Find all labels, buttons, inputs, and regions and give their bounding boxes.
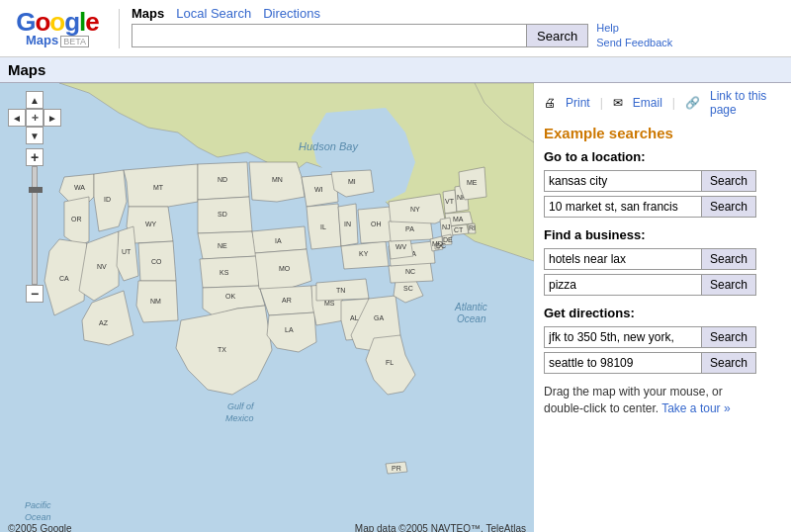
svg-text:OR: OR (71, 216, 82, 222)
go-location-row-1: Search (544, 170, 781, 192)
svg-text:NV: NV (97, 263, 107, 270)
top-actions: 🖨 Print | ✉ Email | 🔗 Link to this page (544, 89, 781, 117)
pan-down-button[interactable]: ▼ (26, 127, 44, 144)
directions-input-2[interactable] (544, 352, 702, 374)
svg-text:PA: PA (405, 225, 414, 232)
page-link[interactable]: Link to this page (710, 89, 781, 117)
directions-input-1[interactable] (544, 326, 702, 348)
nav-directions[interactable]: Directions (263, 6, 320, 21)
map-controls: ▲ ◄ ✛ ► ▼ + − (8, 91, 61, 303)
email-link[interactable]: Email (633, 96, 662, 110)
svg-text:UT: UT (122, 248, 132, 255)
svg-text:PR: PR (392, 465, 401, 472)
get-directions-section: Get directions: Search Search (544, 306, 781, 374)
svg-text:WA: WA (74, 184, 85, 191)
zoom-in-button[interactable]: + (26, 148, 44, 166)
svg-text:DC: DC (436, 242, 446, 249)
svg-text:Atlantic: Atlantic (454, 302, 487, 312)
link-icon: 🔗 (685, 96, 700, 110)
svg-text:IL: IL (320, 223, 326, 230)
find-business-row-2: Search (544, 274, 781, 296)
main-content: WA OR CA ID NV AZ MT WY UT (0, 83, 791, 532)
help-link[interactable]: Help (596, 21, 672, 36)
go-location-input-2[interactable] (544, 196, 702, 218)
svg-text:MN: MN (272, 176, 283, 183)
find-business-search-1[interactable]: Search (702, 248, 756, 270)
svg-text:NE: NE (218, 242, 227, 249)
zoom-thumb[interactable] (29, 187, 43, 193)
svg-text:KY: KY (359, 250, 369, 257)
svg-text:NM: NM (150, 298, 161, 305)
go-to-location-label: Go to a location: (544, 149, 781, 164)
help-links: Help Send Feedback (596, 21, 672, 51)
feedback-link[interactable]: Send Feedback (596, 36, 672, 50)
svg-text:MO: MO (279, 265, 291, 272)
directions-search-2[interactable]: Search (702, 352, 756, 374)
svg-text:VT: VT (445, 198, 455, 205)
map-area[interactable]: WA OR CA ID NV AZ MT WY UT (0, 83, 534, 532)
nav-links: Maps Local Search Directions (132, 6, 767, 21)
svg-text:ND: ND (218, 176, 227, 183)
directions-search-1[interactable]: Search (702, 326, 756, 348)
pan-center-button[interactable]: ✛ (26, 109, 44, 127)
go-location-search-1[interactable]: Search (702, 170, 756, 192)
tour-link[interactable]: Take a tour » (661, 401, 730, 415)
svg-text:IA: IA (275, 237, 282, 244)
zoom-out-button[interactable]: − (26, 285, 44, 303)
svg-text:AL: AL (350, 314, 359, 321)
nav-maps[interactable]: Maps (132, 6, 164, 21)
find-business-input-2[interactable] (544, 274, 702, 296)
find-business-label: Find a business: (544, 227, 781, 242)
svg-text:ME: ME (467, 179, 478, 186)
top-bar: Google Maps BETA Maps Local Search Direc… (0, 0, 791, 57)
svg-text:MA: MA (453, 216, 464, 222)
nav-local-search[interactable]: Local Search (176, 6, 251, 21)
svg-text:Hudson Bay: Hudson Bay (299, 140, 359, 152)
svg-text:RI: RI (469, 224, 476, 231)
print-link[interactable]: Print (566, 96, 590, 110)
zoom-track[interactable] (32, 166, 38, 285)
nav-cross: ▲ ◄ ✛ ► ▼ (8, 91, 61, 144)
svg-text:Mexico: Mexico (225, 413, 254, 423)
svg-text:AR: AR (282, 297, 292, 304)
find-business-input-1[interactable] (544, 248, 702, 270)
maps-heading: Maps (0, 57, 791, 83)
get-directions-label: Get directions: (544, 306, 781, 320)
svg-text:LA: LA (285, 326, 294, 333)
svg-text:KS: KS (220, 269, 229, 276)
svg-text:Gulf of: Gulf of (227, 401, 255, 411)
print-icon: 🖨 (544, 96, 556, 110)
go-location-search-2[interactable]: Search (702, 196, 756, 218)
maps-logo-label: Maps (26, 33, 58, 47)
google-logo: Google (16, 9, 99, 35)
go-to-location-section: Go to a location: Search Search (544, 149, 781, 218)
svg-text:WV: WV (396, 243, 407, 250)
search-bar: Search Help Send Feedback (132, 21, 783, 51)
email-icon: ✉ (613, 96, 623, 110)
svg-text:TX: TX (218, 346, 226, 353)
pan-up-button[interactable]: ▲ (26, 91, 44, 109)
pan-left-button[interactable]: ◄ (8, 109, 26, 127)
svg-text:WY: WY (145, 221, 157, 227)
search-input[interactable] (132, 24, 527, 47)
drag-note: Drag the map with your mouse, ordouble-c… (544, 384, 781, 417)
svg-text:OK: OK (225, 293, 235, 300)
map-copyright: ©2005 Google (8, 523, 72, 532)
svg-text:Ocean: Ocean (25, 512, 51, 522)
svg-text:NC: NC (405, 268, 415, 275)
svg-text:NY: NY (410, 206, 420, 213)
svg-text:MT: MT (153, 184, 164, 191)
svg-text:SD: SD (218, 211, 227, 218)
svg-text:NJ: NJ (442, 223, 451, 230)
search-button[interactable]: Search (527, 24, 588, 47)
svg-text:ID: ID (104, 196, 111, 203)
svg-text:CO: CO (151, 258, 162, 265)
go-location-input-1[interactable] (544, 170, 702, 192)
svg-text:AZ: AZ (99, 319, 109, 326)
svg-text:MS: MS (324, 300, 335, 307)
directions-row-2: Search (544, 352, 781, 374)
svg-text:MI: MI (348, 178, 356, 185)
find-business-search-2[interactable]: Search (702, 274, 756, 296)
zoom-bar: + − (26, 148, 44, 303)
pan-right-button[interactable]: ► (44, 109, 61, 127)
